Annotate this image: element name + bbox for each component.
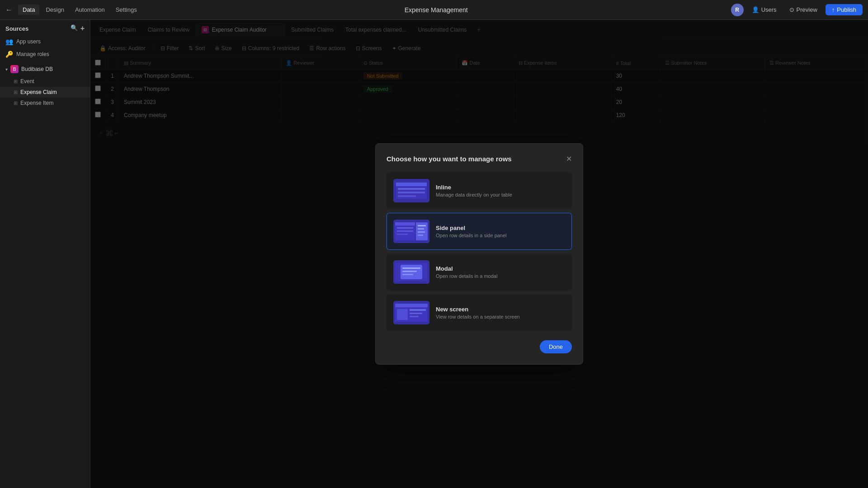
option-thumb-inline (393, 179, 429, 202)
svg-rect-15 (418, 231, 425, 233)
sidebar-actions: 🔍 + (71, 24, 85, 33)
option-thumb-modal (393, 260, 429, 284)
svg-rect-20 (402, 267, 420, 269)
svg-rect-21 (402, 271, 417, 272)
nav-tab-automation[interactable]: Automation (71, 5, 109, 15)
svg-rect-5 (398, 195, 416, 197)
db-header[interactable]: ▾ B Budibase DB (0, 62, 90, 76)
option-info-modal: Modal Open row details in a modal (436, 265, 497, 279)
search-icon[interactable]: 🔍 (71, 24, 78, 33)
modal-footer: Done (387, 340, 572, 353)
sidebar-item-manage-roles[interactable]: 🔑 Manage roles (0, 48, 90, 61)
sidebar-title: Sources (5, 25, 28, 32)
svg-rect-11 (397, 234, 408, 235)
preview-icon: ⊙ (789, 6, 794, 13)
option-info-side-panel: Side panel Open row details in a side pa… (436, 225, 507, 238)
svg-rect-27 (410, 309, 426, 311)
option-info-inline: Inline Manage data directly on your tabl… (436, 184, 512, 197)
modal-overlay[interactable]: Choose how you want to manage rows ✕ Inl… (90, 20, 868, 488)
top-nav: ← Data Design Automation Settings Expens… (0, 0, 868, 20)
svg-rect-9 (397, 227, 413, 229)
nav-tab-data[interactable]: Data (18, 5, 39, 15)
right-actions: R 👤 Users ⊙ Preview ↑ Publish (731, 4, 863, 16)
app-users-icon: 👥 (5, 38, 13, 45)
table-icon: ⊞ (14, 89, 18, 95)
nav-tabs: Data Design Automation Settings (18, 5, 142, 15)
svg-rect-26 (397, 309, 408, 320)
modal-close-button[interactable]: ✕ (566, 155, 572, 163)
svg-rect-10 (397, 230, 413, 232)
option-side-panel[interactable]: Side panel Open row details in a side pa… (387, 213, 572, 250)
db-section: ▾ B Budibase DB ⊞ Event ⊞ Expense Claim … (0, 61, 90, 110)
svg-rect-22 (402, 274, 413, 275)
nav-tab-settings[interactable]: Settings (111, 5, 142, 15)
sidebar: Sources 🔍 + 👥 App users 🔑 Manage roles ▾… (0, 20, 90, 488)
svg-rect-3 (398, 188, 425, 190)
db-item-expense-claim[interactable]: ⊞ Expense Claim (0, 87, 90, 98)
back-button[interactable]: ← (5, 6, 13, 14)
users-button[interactable]: 👤 Users (747, 5, 781, 15)
nav-tab-design[interactable]: Design (41, 5, 68, 15)
manage-rows-modal: Choose how you want to manage rows ✕ Inl… (375, 143, 583, 365)
svg-rect-4 (398, 192, 425, 193)
option-thumb-side-panel (393, 220, 429, 243)
sidebar-header: Sources 🔍 + (0, 20, 90, 35)
publish-button[interactable]: ↑ Publish (826, 4, 863, 15)
option-inline[interactable]: Inline Manage data directly on your tabl… (387, 172, 572, 209)
users-icon: 👤 (752, 6, 759, 13)
option-new-screen[interactable]: New screen View row details on a separat… (387, 294, 572, 331)
option-info-new-screen: New screen View row details on a separat… (436, 306, 520, 319)
publish-icon: ↑ (832, 6, 835, 13)
svg-rect-8 (395, 222, 415, 225)
manage-roles-icon: 🔑 (5, 51, 13, 58)
modal-title: Choose how you want to manage rows (387, 155, 512, 163)
svg-rect-14 (418, 228, 424, 230)
svg-rect-13 (418, 225, 426, 226)
svg-rect-16 (418, 235, 423, 236)
app-title: Expense Management (145, 6, 727, 14)
db-item-expense-item[interactable]: ⊞ Expense Item (0, 98, 90, 108)
option-thumb-new-screen (393, 301, 429, 324)
preview-button[interactable]: ⊙ Preview (785, 5, 822, 15)
db-icon: B (10, 65, 19, 73)
svg-rect-2 (396, 183, 427, 186)
chevron-down-icon: ▾ (5, 67, 8, 72)
table-icon: ⊞ (14, 100, 18, 106)
add-source-button[interactable]: + (80, 24, 85, 33)
svg-rect-25 (395, 304, 428, 307)
avatar: R (731, 4, 744, 16)
table-icon: ⊞ (14, 79, 18, 84)
db-item-event[interactable]: ⊞ Event (0, 76, 90, 87)
done-button[interactable]: Done (540, 340, 572, 353)
option-modal[interactable]: Modal Open row details in a modal (387, 253, 572, 291)
svg-rect-28 (410, 313, 422, 314)
modal-header: Choose how you want to manage rows ✕ (387, 155, 572, 163)
sidebar-item-app-users[interactable]: 👥 App users (0, 35, 90, 48)
svg-rect-29 (410, 316, 419, 317)
